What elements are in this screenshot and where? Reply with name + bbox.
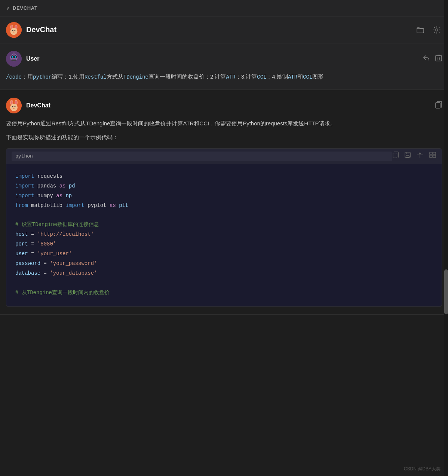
svg-point-28 [15,106,16,107]
kw-as-3: as [110,202,116,208]
var-database: database [15,270,40,276]
scrollbar-track[interactable] [444,0,448,476]
code-prefix: /code [6,74,22,80]
svg-rect-19 [13,54,15,56]
svg-point-29 [13,108,15,109]
messages-container: User /code：用pyth [0,43,448,315]
svg-point-6 [12,30,13,31]
string-user: 'your_user' [37,251,72,257]
code-line-1: import requests [15,172,433,181]
svg-point-10 [436,29,438,31]
user-message-text: /code：用python编写：1.使用Restful方式从TDengine查询… [6,73,323,80]
devchat-message-content: 要使用Python通过Restful方式从TDengine查询一段时间的收盘价并… [6,119,442,307]
cci-ref2: CCI [303,74,312,80]
code-block-actions [392,152,436,161]
atr-ref1: ATR [226,74,236,80]
code-line-comment-1: # 设置TDengine数据库的连接信息 [15,220,433,230]
svg-rect-17 [11,59,16,61]
code-line-user: user = 'your_user' [15,249,433,259]
user-sender-name: User [26,55,423,62]
atr-cci-ref: ATR [288,74,297,80]
svg-rect-20 [436,56,442,61]
alias-pd: pd [65,183,75,189]
delete-button[interactable] [435,54,442,63]
svg-rect-31 [393,153,397,158]
user-message-actions [423,54,442,63]
code-copy-button[interactable] [392,152,399,161]
code-line-database: database = 'your_database' [15,269,433,278]
copy-message-button[interactable] [435,101,442,110]
header-title: DevChat [26,25,415,34]
scrollbar-thumb[interactable] [444,269,448,314]
var-password: password [15,260,40,266]
code-block-header: python [6,149,442,164]
svg-rect-34 [430,152,432,155]
code-line-password: password = 'your_password' [15,259,433,269]
devchat-intro-1: 要使用Python通过Restful方式从TDengine查询一段时间的收盘价并… [6,119,442,128]
svg-point-15 [12,56,13,58]
kw-as-2: as [56,193,62,199]
var-user: user [15,251,28,257]
code-line-blank-1 [15,210,433,220]
code-line-3: import numpy as np [15,191,433,201]
string-host: 'http://localhost' [37,231,94,237]
cci-ref1: CCI [257,74,266,80]
kw-import-3: import [15,193,34,199]
alias-plt: plt [116,202,129,208]
string-password: 'your_password' [50,260,97,266]
kw-as-1: as [59,183,66,189]
kw-import-2: import [15,183,34,189]
devchat-message-actions [435,101,442,110]
var-host: host [15,231,28,237]
svg-point-16 [15,56,16,58]
svg-rect-9 [417,28,424,33]
svg-point-25 [15,100,17,104]
svg-point-24 [11,100,13,104]
svg-rect-37 [433,155,436,158]
user-message-content: /code：用python编写：1.使用Restful方式从TDengine查询… [6,72,442,82]
svg-point-27 [12,106,13,107]
code-save-button[interactable] [404,152,411,161]
code-run-button[interactable] [429,152,436,161]
alias-np: np [62,193,72,199]
watermark: CSDN @DBA大笑 [404,466,441,472]
code-line-blank-2 [15,278,433,288]
header-logo [6,22,22,38]
svg-point-5 [10,28,17,35]
top-bar-title: DEVCHAT [13,5,37,11]
code-line-2: import pandas as pd [15,181,433,191]
header-icons [415,25,442,35]
code-insert-button[interactable] [416,152,424,161]
code-block-body: import requests import pandas as pd impo… [6,164,442,307]
chevron-icon: ∨ [6,5,10,11]
devchat-avatar [6,98,22,113]
folder-icon-btn[interactable] [415,25,426,35]
kw-import-1: import [15,173,34,179]
svg-point-26 [10,104,18,111]
kw-from: from [15,202,28,208]
kw-import-4: import [65,202,84,208]
user-message-block: User /code：用pyth [0,43,448,90]
restful-ref: Restful [85,74,107,80]
user-message-header: User [6,51,442,67]
devchat-intro-2: 下面是实现你所描述的功能的一个示例代码： [6,132,442,142]
code-line-4: from matplotlib import pyplot as plt [15,201,433,211]
svg-rect-30 [436,103,440,108]
tdengine-ref1: TDengine [123,74,148,80]
svg-rect-35 [433,152,436,155]
code-lang-badge: python [12,152,392,161]
app-header: DevChat [0,16,448,43]
reply-button[interactable] [423,54,430,63]
svg-point-8 [13,31,15,32]
settings-icon-btn[interactable] [432,25,442,35]
user-avatar [6,51,22,67]
string-port: '8080' [37,241,56,247]
svg-rect-33 [406,156,409,158]
top-bar: ∨ DEVCHAT [0,0,448,16]
devchat-message-header: DevChat [6,98,442,113]
code-line-comment-2: # 从TDengine查询一段时间内的收盘价 [15,288,433,298]
code-line-host: host = 'http://localhost' [15,230,433,239]
devchat-message-block: DevChat 要使用Python通过Restful方式从TDengine查询一… [0,90,448,315]
python-ref: python [33,74,52,80]
svg-rect-36 [430,155,432,158]
